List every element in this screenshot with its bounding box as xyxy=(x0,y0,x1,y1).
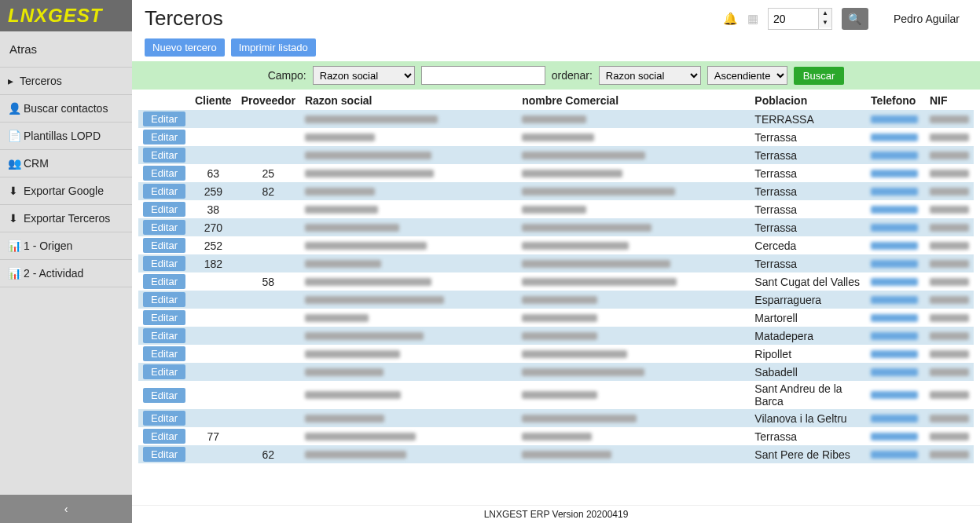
cell-nif xyxy=(925,254,974,272)
grid-icon[interactable]: ▦ xyxy=(747,12,758,26)
nav-icon: 📊 xyxy=(8,267,19,280)
cell-telefono xyxy=(866,309,925,327)
cell-nif xyxy=(925,363,974,381)
cell-poblacion: Terrassa xyxy=(750,200,866,218)
cell-telefono xyxy=(866,164,925,182)
edit-button[interactable]: Editar xyxy=(143,238,185,253)
cell-proveedor xyxy=(237,128,300,146)
edit-button[interactable]: Editar xyxy=(143,292,185,307)
cell-poblacion: Vilanova i la Geltru xyxy=(750,409,866,427)
sidebar-item[interactable]: 📊2 - Actividad xyxy=(0,260,132,287)
cell-poblacion: Esparraguera xyxy=(750,291,866,309)
cell-telefono xyxy=(866,427,925,445)
edit-button[interactable]: Editar xyxy=(143,274,185,289)
table-wrap[interactable]: Cliente Proveedor Razon social nombre Co… xyxy=(132,91,980,523)
campo-input[interactable] xyxy=(421,66,545,85)
edit-button[interactable]: Editar xyxy=(143,256,185,271)
cell-proveedor: 82 xyxy=(237,182,300,200)
edit-button[interactable]: Editar xyxy=(143,220,185,235)
cell-razon xyxy=(300,128,517,146)
back-button[interactable]: Atras xyxy=(0,31,132,68)
cell-razon xyxy=(300,236,517,254)
table-row: EditarTERRASSA xyxy=(138,110,974,128)
cell-cliente: 259 xyxy=(190,182,237,200)
nuevo-tercero-button[interactable]: Nuevo tercero xyxy=(145,38,225,57)
edit-button[interactable]: Editar xyxy=(143,328,185,343)
edit-button[interactable]: Editar xyxy=(143,184,185,199)
cell-nombre-comercial xyxy=(517,182,750,200)
table-row: EditarTerrassa xyxy=(138,128,974,146)
cell-telefono xyxy=(866,236,925,254)
col-cliente: Cliente xyxy=(190,91,237,110)
col-telefono: Telefono xyxy=(866,91,925,110)
nav-label: CRM xyxy=(24,157,49,170)
cell-telefono xyxy=(866,182,925,200)
edit-button[interactable]: Editar xyxy=(143,130,185,144)
table-header-row: Cliente Proveedor Razon social nombre Co… xyxy=(138,91,974,110)
edit-button[interactable]: Editar xyxy=(143,447,185,462)
nav-label: Buscar contactos xyxy=(24,102,108,115)
table-row: EditarMatadepera xyxy=(138,327,974,345)
sidebar-item[interactable]: 👥CRM xyxy=(0,150,132,177)
cell-nif xyxy=(925,272,974,291)
edit-button[interactable]: Editar xyxy=(143,364,185,379)
sidebar-item[interactable]: 📊1 - Origen xyxy=(0,232,132,260)
cell-razon xyxy=(300,363,517,381)
edit-button[interactable]: Editar xyxy=(143,388,185,403)
cell-proveedor: 58 xyxy=(237,272,300,291)
page-size-input[interactable] xyxy=(768,8,819,30)
spinner-up-icon[interactable]: ▲ xyxy=(819,9,831,18)
spinner-down-icon[interactable]: ▼ xyxy=(819,18,831,27)
user-name[interactable]: Pedro Aguilar xyxy=(894,13,960,25)
table-row: Editar6325Terrassa xyxy=(138,164,974,182)
cell-poblacion: TERRASSA xyxy=(750,110,866,128)
cell-nombre-comercial xyxy=(517,445,750,463)
campo-select[interactable]: Razon social xyxy=(313,66,415,85)
edit-button[interactable]: Editar xyxy=(143,148,185,163)
edit-button[interactable]: Editar xyxy=(143,310,185,325)
cell-cliente: 252 xyxy=(190,236,237,254)
cell-telefono xyxy=(866,272,925,291)
imprimir-listado-button[interactable]: Imprimir listado xyxy=(231,38,316,57)
orden-select[interactable]: Razon social xyxy=(599,66,701,85)
cell-cliente: 63 xyxy=(190,164,237,182)
table-row: Editar77Terrassa xyxy=(138,427,974,445)
cell-nif xyxy=(925,128,974,146)
edit-button[interactable]: Editar xyxy=(143,411,185,426)
cell-cliente: 182 xyxy=(190,254,237,272)
col-proveedor: Proveedor xyxy=(237,91,300,110)
cell-nif xyxy=(925,327,974,345)
nav-label: 1 - Origen xyxy=(24,240,72,252)
edit-button[interactable]: Editar xyxy=(143,166,185,181)
sidebar-item[interactable]: 👤Buscar contactos xyxy=(0,95,132,123)
cell-proveedor xyxy=(237,254,300,272)
cell-poblacion: Martorell xyxy=(750,309,866,327)
cell-proveedor: 25 xyxy=(237,164,300,182)
edit-button[interactable]: Editar xyxy=(143,346,185,361)
cell-telefono xyxy=(866,254,925,272)
sidebar-item[interactable]: 📄Plantillas LOPD xyxy=(0,123,132,150)
sidebar-item[interactable]: Terceros xyxy=(0,68,132,95)
cell-poblacion: Terrassa xyxy=(750,427,866,445)
cell-nif xyxy=(925,409,974,427)
edit-button[interactable]: Editar xyxy=(143,112,185,126)
cell-nif xyxy=(925,445,974,463)
edit-button[interactable]: Editar xyxy=(143,429,185,444)
cell-nombre-comercial xyxy=(517,164,750,182)
search-button[interactable]: 🔍 xyxy=(842,8,868,30)
cell-telefono xyxy=(866,381,925,409)
cell-cliente xyxy=(190,291,237,309)
sidebar-item[interactable]: ⬇Exportar Terceros xyxy=(0,205,132,232)
sidebar-collapse-button[interactable]: ‹ xyxy=(0,495,132,523)
buscar-button[interactable]: Buscar xyxy=(794,67,844,85)
page-size-spinner[interactable]: ▲ ▼ xyxy=(819,8,832,30)
sidebar-item[interactable]: ⬇Exportar Google xyxy=(0,177,132,205)
direccion-select[interactable]: Ascendiente xyxy=(707,66,787,85)
bell-icon[interactable]: 🔔 xyxy=(723,12,738,26)
nav-icon: 👥 xyxy=(8,157,19,170)
table-row: EditarVilanova i la Geltru xyxy=(138,409,974,427)
edit-button[interactable]: Editar xyxy=(143,202,185,217)
cell-cliente xyxy=(190,409,237,427)
cell-nif xyxy=(925,218,974,236)
cell-nombre-comercial xyxy=(517,427,750,445)
